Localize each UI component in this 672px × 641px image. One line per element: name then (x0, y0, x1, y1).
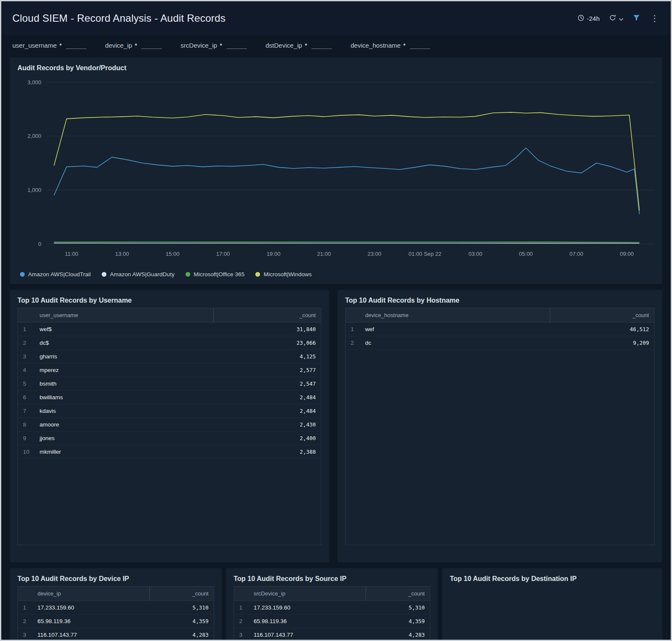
table-row[interactable]: 6bwilliams2,484 (18, 391, 321, 404)
row-rank: 1 (18, 601, 32, 615)
table-row[interactable]: 10mkmiller2,388 (18, 445, 321, 459)
table-row[interactable]: 117.233.159.605,310 (234, 601, 430, 615)
row-count: 9,209 (550, 336, 654, 350)
svg-text:0: 0 (38, 241, 41, 247)
filter-input[interactable] (66, 40, 86, 49)
row-count: 5,310 (366, 601, 430, 615)
legend-item[interactable]: Amazon AWS|CloudTrail (20, 271, 91, 278)
time-range-control[interactable]: -24h (578, 14, 600, 23)
page-title: Cloud SIEM - Record Analysis - Audit Rec… (12, 12, 226, 24)
required-asterisk: * (305, 42, 307, 49)
dashboard-content: Audit Records by Vendor/Product 01,0002,… (1, 57, 671, 641)
filter-label: device_ip (105, 42, 132, 49)
panel-title: Top 10 Audit Records by Hostname (345, 297, 655, 304)
svg-text:11:00: 11:00 (65, 251, 79, 257)
row-rank: 1 (234, 601, 249, 615)
row-name: 17.233.159.60 (32, 601, 150, 615)
table-row[interactable]: 5bsmith2,547 (18, 377, 321, 391)
svg-text:07:00: 07:00 (569, 251, 583, 257)
table-row[interactable]: 265.98.119.364,359 (234, 615, 430, 628)
table-row[interactable]: 2dc9,209 (346, 336, 654, 350)
row-count: 31,840 (213, 323, 321, 336)
panel-title: Top 10 Audit Records by Username (17, 297, 321, 304)
table-row[interactable]: 1wef$31,840 (18, 323, 321, 336)
filter-input[interactable] (226, 40, 247, 49)
name-column-header[interactable]: srcDevice_ip (249, 587, 366, 601)
table-row[interactable]: 1wef46,512 (346, 323, 654, 336)
row-count: 4,283 (366, 628, 430, 641)
filter-user_username: user_username* (12, 40, 86, 49)
svg-text:01:00 Sep 22: 01:00 Sep 22 (409, 251, 441, 257)
more-menu-button[interactable]: ⋮ (649, 14, 660, 23)
time-range-label: -24h (587, 15, 600, 22)
legend-item[interactable]: Microsoft|Windows (255, 271, 312, 278)
count-column-header[interactable]: _count (213, 308, 321, 323)
legend-item[interactable]: Amazon AWS|GuardDuty (102, 271, 174, 278)
legend-label: Amazon AWS|CloudTrail (28, 271, 91, 278)
svg-text:17:00: 17:00 (216, 251, 230, 257)
table-row[interactable]: 4mperez2,577 (18, 363, 321, 377)
row-rank: 3 (234, 628, 249, 641)
refresh-icon (609, 14, 616, 23)
filter-input[interactable] (141, 40, 162, 49)
svg-text:09:00: 09:00 (620, 251, 634, 257)
count-column-header[interactable]: _count (550, 308, 654, 323)
table-row[interactable]: 7kdavis2,484 (18, 404, 321, 418)
table-row[interactable]: 8amoore2,430 (18, 418, 321, 432)
username-panel: Top 10 Audit Records by Username user_us… (10, 290, 329, 562)
svg-text:2,000: 2,000 (27, 133, 41, 139)
row-rank: 1 (18, 323, 34, 336)
table-row[interactable]: 9jjones2,400 (18, 432, 321, 445)
panel-title: Top 10 Audit Records by Device IP (17, 575, 214, 583)
legend-label: Microsoft|Windows (263, 271, 312, 278)
row-count: 46,512 (550, 323, 654, 336)
row-rank: 5 (18, 377, 34, 391)
vendor-product-line-chart[interactable]: 01,0002,0003,00011:0013:0015:0017:0019:0… (17, 75, 658, 266)
name-column-header[interactable]: device_hostname (360, 308, 550, 323)
username-table: user_username_count1wef$31,8402dc$23,066… (17, 308, 321, 545)
row-name: 116.107.143.77 (249, 628, 366, 641)
filter-device_ip: device_ip* (105, 40, 162, 49)
hostname-table: device_hostname_count1wef46,5122dc9,209 (345, 308, 655, 545)
table-row[interactable]: 117.233.159.605,310 (18, 601, 214, 615)
row-count: 2,577 (213, 363, 321, 377)
table-header-row: device_ip_count (18, 587, 214, 601)
rank-column-header (234, 587, 249, 601)
svg-text:3,000: 3,000 (27, 79, 41, 86)
legend-label: Microsoft|Office 365 (194, 271, 245, 278)
table-row[interactable]: 3gharris4,125 (18, 350, 321, 363)
row-rank: 7 (18, 404, 34, 418)
chevron-down-icon (619, 15, 623, 22)
table-row[interactable]: 3116.107.143.774,283 (234, 628, 430, 641)
filter-device_hostname: device_hostname* (351, 40, 430, 49)
name-column-header[interactable]: user_username (34, 308, 213, 323)
filter-dstDevice_ip: dstDevice_ip* (266, 40, 332, 49)
row-name: amoore (34, 418, 213, 432)
legend-item[interactable]: Microsoft|Office 365 (186, 271, 245, 278)
row-name: 65.98.119.36 (32, 615, 150, 628)
row-name: 116.107.143.77 (32, 628, 150, 641)
row-count: 23,066 (213, 336, 321, 350)
table-row[interactable]: 2dc$23,066 (18, 336, 321, 350)
header-actions: -24h ⋮ (578, 14, 660, 23)
legend-dot-icon (20, 272, 25, 277)
filter-input[interactable] (410, 40, 430, 49)
row-count: 5,310 (150, 601, 214, 615)
filter-label: device_hostname (351, 42, 401, 49)
filter-button[interactable] (633, 14, 640, 23)
table-row[interactable]: 265.98.119.364,359 (18, 615, 214, 628)
legend-dot-icon (255, 272, 260, 277)
row-count: 2,547 (213, 377, 321, 391)
count-column-header[interactable]: _count (366, 587, 430, 601)
refresh-control[interactable] (609, 14, 623, 23)
table-row[interactable]: 3116.107.143.774,283 (18, 628, 214, 641)
row-name: wef$ (34, 323, 213, 336)
hostname-panel: Top 10 Audit Records by Hostname device_… (337, 290, 662, 562)
filter-input[interactable] (312, 40, 332, 49)
row-rank: 9 (18, 432, 34, 445)
name-column-header[interactable]: device_ip (32, 587, 150, 601)
count-column-header[interactable]: _count (150, 587, 214, 601)
row-name: dc (360, 336, 550, 350)
row-name: mkmiller (34, 445, 213, 459)
tables-row: Top 10 Audit Records by Username user_us… (10, 290, 662, 562)
